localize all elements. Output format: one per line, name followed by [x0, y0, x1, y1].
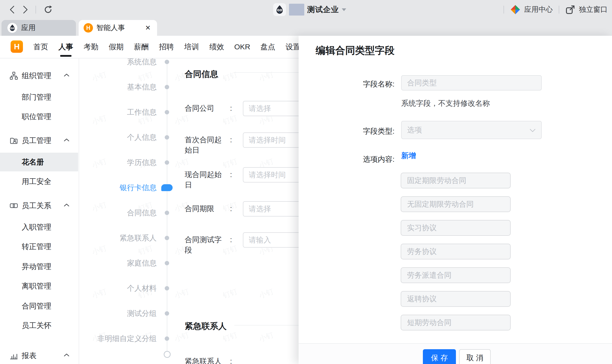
sidebar-item[interactable]: 合同管理 [0, 297, 78, 315]
forward-button[interactable] [22, 5, 29, 14]
timeline-dot-icon [165, 110, 169, 114]
sidebar-item[interactable]: 异动管理 [0, 257, 78, 276]
company-name: 测试企业 [307, 4, 339, 15]
timeline-item-label: 系统信息 [89, 58, 157, 67]
timeline-item[interactable]: 工作信息 [79, 103, 175, 122]
refresh-button[interactable] [43, 4, 53, 15]
option-input[interactable]: 短期劳动合同 [401, 315, 511, 330]
browser-controls [9, 3, 53, 16]
options-label: 选项内容: [333, 154, 395, 164]
timeline-item[interactable]: 个人材料 [79, 279, 175, 298]
sidebar-item-label: 组织管理 [22, 71, 51, 81]
section-title-emergency: 紧急联系人 [185, 321, 227, 332]
timeline-item-label: 个人材料 [89, 283, 157, 293]
module-tab[interactable]: 盘点 [260, 36, 275, 58]
chevron-up-icon[interactable] [64, 203, 70, 208]
chevron-up-icon[interactable] [64, 138, 70, 143]
field-colon: : [227, 101, 235, 113]
field-type-select[interactable]: 选项 [401, 121, 542, 139]
sidebar-item[interactable]: 离职管理 [0, 277, 78, 295]
field-type-label: 字段类型: [333, 126, 395, 136]
back-button[interactable] [9, 5, 15, 14]
sidebar-item[interactable]: 报表 [0, 346, 78, 364]
timeline-item-label: 紧急联系人 [89, 233, 157, 243]
sidebar-item[interactable]: 员工管理 [0, 131, 78, 150]
option-list: 固定期限劳动合同无固定期限劳动合同实习协议劳务协议劳务派遣合同返聘协议短期劳动合… [401, 173, 512, 338]
mascot-icon [7, 23, 17, 33]
linked-items-icon [9, 201, 18, 210]
timeline-item[interactable]: 家庭信息 [79, 254, 175, 273]
section-title-contract: 合同信息 [185, 69, 218, 80]
save-button[interactable]: 保 存 [423, 349, 456, 364]
sidebar-item[interactable]: 员工关怀 [0, 316, 78, 335]
chevron-up-icon[interactable] [64, 353, 70, 358]
tab-close-icon[interactable]: ✕ [145, 24, 151, 32]
timeline-item-label: 基本信息 [89, 82, 157, 92]
sidebar-item[interactable]: 组织管理 [0, 66, 78, 85]
option-input[interactable]: 无固定期限劳动合同 [401, 196, 511, 212]
sidebar-item[interactable]: 转正管理 [0, 237, 78, 256]
module-tab[interactable]: 培训 [184, 36, 199, 58]
watermark-text: 小钉 [258, 286, 275, 301]
sidebar-item-label: 职位管理 [22, 112, 51, 122]
divider [36, 6, 36, 14]
option-input[interactable]: 劳务派遣合同 [401, 267, 511, 283]
sidebar-item[interactable]: 部门管理 [0, 88, 78, 107]
timeline-item[interactable]: 基本信息 [79, 78, 175, 96]
timeline-item[interactable]: 非明细自定义分组 [79, 329, 175, 348]
module-tab[interactable]: 招聘 [159, 36, 174, 58]
module-tab[interactable]: 考勤 [83, 36, 99, 58]
module-tab[interactable]: OKR [234, 36, 250, 58]
module-tab[interactable]: 人事 [58, 36, 73, 58]
watermark-text: 小钉 [258, 69, 275, 84]
timeline-item-label: 家庭信息 [89, 258, 157, 268]
timeline-item[interactable]: 个人信息 [79, 128, 175, 147]
cancel-button[interactable]: 取 消 [459, 349, 491, 364]
sidebar-item[interactable]: 花名册 [0, 153, 78, 171]
timeline-item-label: 个人信息 [89, 132, 157, 143]
sidebar-group-icon [9, 71, 18, 80]
option-input[interactable]: 固定期限劳动合同 [401, 173, 511, 188]
add-option-link[interactable]: 新增 [401, 151, 416, 161]
window-chrome: 测试企业 应用中心 独立窗口 [0, 0, 612, 36]
chevron-up-icon[interactable] [64, 73, 70, 78]
app-center-button[interactable]: 应用中心 [510, 4, 553, 15]
timeline-item[interactable]: 学历信息 [79, 153, 175, 172]
sidebar-group-icon [9, 201, 18, 210]
sidebar-item-label: 员工管理 [22, 136, 51, 146]
org-switcher[interactable]: 测试企业 [273, 2, 346, 17]
sidebar-item[interactable]: 入职管理 [0, 218, 78, 237]
module-tab[interactable]: 假期 [108, 36, 124, 58]
module-tab[interactable]: 薪酬 [134, 36, 149, 58]
field-label: 现合同起始日 [185, 167, 225, 190]
field-name-input[interactable]: 合同类型 [401, 75, 542, 91]
tab-smart-hr[interactable]: H 智能人事 ✕ [79, 20, 157, 36]
sidebar-item[interactable]: 员工关系 [0, 196, 78, 215]
edit-field-drawer: 编辑合同类型字段 字段名称: 合同类型 系统字段，不支持修改名称 字段类型: 选… [299, 36, 612, 364]
module-tab[interactable]: 设置 [285, 36, 301, 58]
sidebar-item-label: 用工安全 [22, 177, 51, 187]
timeline-item[interactable]: 合同信息 [79, 203, 175, 222]
timeline-item-label: 工作信息 [89, 107, 157, 117]
divider [559, 6, 559, 14]
sidebar-item-label: 部门管理 [22, 92, 51, 102]
sidebar-item[interactable]: 用工安全 [0, 172, 78, 191]
sidebar-item-label: 员工关系 [22, 201, 51, 211]
smart-hr-logo: H [11, 40, 23, 53]
option-input[interactable]: 劳务协议 [401, 244, 511, 259]
timeline-item[interactable]: 系统信息 [79, 58, 175, 71]
module-tab[interactable]: 绩效 [209, 36, 224, 58]
timeline-dot-icon [161, 184, 173, 191]
sidebar-item[interactable]: 职位管理 [0, 107, 78, 126]
timeline-item[interactable]: 银行卡信息 [79, 178, 175, 197]
field-label: 合同期限 [185, 201, 225, 214]
module-tab[interactable]: 首页 [33, 36, 48, 58]
timeline-dot-icon [165, 236, 169, 240]
option-input[interactable]: 实习协议 [401, 220, 511, 236]
option-input[interactable]: 返聘协议 [401, 291, 511, 307]
timeline-item[interactable]: 紧急联系人 [79, 229, 175, 247]
tab-workbench[interactable]: 应用 [1, 20, 76, 36]
standalone-window-button[interactable]: 独立窗口 [565, 4, 608, 15]
timeline-dot-icon [165, 135, 169, 140]
timeline-item[interactable]: 测试分组 [79, 304, 175, 323]
